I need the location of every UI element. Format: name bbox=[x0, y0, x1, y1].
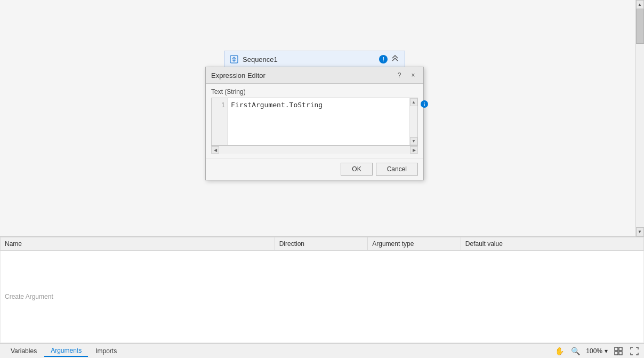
editor-info-icon[interactable]: i bbox=[420, 100, 429, 108]
sequence-collapse-icon[interactable] bbox=[390, 54, 400, 65]
arguments-panel: Name Direction Argument type Default val… bbox=[0, 236, 644, 343]
sequence-block[interactable]: Sequence1 ! bbox=[224, 51, 405, 68]
canvas-area: ▲ ▼ Sequence1 ! bbox=[0, 0, 644, 236]
col-header-argtype: Argument type bbox=[368, 237, 461, 251]
svg-rect-6 bbox=[615, 347, 618, 351]
table-header-row: Name Direction Argument type Default val… bbox=[1, 237, 644, 251]
editor-vscroll[interactable]: ▲ ▼ bbox=[409, 98, 417, 145]
scroll-down-arrow[interactable]: ▼ bbox=[636, 227, 644, 236]
dialog-body: Text (String) 1 FirstArgument.ToString ▲… bbox=[206, 84, 423, 158]
hscroll-left[interactable]: ◀ bbox=[211, 146, 219, 154]
sequence-title: Sequence1 bbox=[243, 55, 375, 63]
arguments-table: Name Direction Argument type Default val… bbox=[0, 237, 644, 343]
dialog-title: Expression Editor bbox=[211, 71, 265, 79]
bottom-tabs: Variables Arguments Imports bbox=[4, 345, 123, 357]
hscroll-right[interactable]: ▶ bbox=[410, 146, 418, 154]
ok-button[interactable]: OK bbox=[341, 163, 372, 176]
hand-tool-icon[interactable]: ✋ bbox=[554, 346, 565, 356]
editor-content[interactable]: FirstArgument.ToString bbox=[228, 98, 409, 145]
col-header-name: Name bbox=[1, 237, 275, 251]
dialog-controls: ? × bbox=[395, 70, 418, 80]
svg-text:!: ! bbox=[382, 56, 384, 62]
col-header-default: Default value bbox=[461, 237, 643, 251]
zoom-label: 100% bbox=[586, 347, 602, 355]
expression-editor-container[interactable]: 1 FirstArgument.ToString ▲ ▼ bbox=[211, 98, 418, 146]
col-header-direction: Direction bbox=[275, 237, 368, 251]
editor-scroll-down[interactable]: ▼ bbox=[410, 137, 417, 145]
right-scrollbar[interactable]: ▲ ▼ bbox=[635, 0, 644, 236]
dialog-close-button[interactable]: × bbox=[408, 70, 418, 80]
sequence-actions: ! bbox=[378, 54, 400, 65]
svg-rect-8 bbox=[615, 352, 618, 355]
dialog-help-button[interactable]: ? bbox=[395, 70, 404, 80]
tab-arguments[interactable]: Arguments bbox=[44, 345, 88, 357]
svg-rect-9 bbox=[619, 352, 622, 355]
editor-scroll-up[interactable]: ▲ bbox=[410, 98, 417, 106]
tab-variables[interactable]: Variables bbox=[4, 345, 43, 357]
tab-imports[interactable]: Imports bbox=[89, 345, 123, 357]
zoom-controls: 100% ▾ bbox=[586, 347, 608, 355]
expression-editor-dialog: Expression Editor ? × Text (String) 1 Fi… bbox=[205, 67, 424, 180]
line-number: 1 bbox=[221, 100, 225, 110]
create-argument-row[interactable]: Create Argument bbox=[1, 251, 644, 343]
editor-gutter: 1 bbox=[212, 98, 228, 145]
svg-text:i: i bbox=[424, 102, 425, 107]
search-icon[interactable]: 🔍 bbox=[570, 346, 581, 356]
editor-hscroll[interactable]: ◀ ▶ bbox=[211, 146, 418, 154]
dialog-footer: OK Cancel bbox=[206, 158, 423, 180]
dialog-titlebar: Expression Editor ? × bbox=[206, 67, 423, 84]
svg-rect-7 bbox=[619, 347, 622, 351]
create-argument-cell[interactable]: Create Argument bbox=[1, 251, 644, 343]
zoom-dropdown-button[interactable]: ▾ bbox=[605, 347, 608, 355]
bottom-bar: Variables Arguments Imports ✋ 🔍 100% ▾ bbox=[0, 343, 644, 358]
bottom-right: ✋ 🔍 100% ▾ bbox=[554, 346, 640, 356]
scroll-up-arrow[interactable]: ▲ bbox=[636, 0, 644, 9]
sequence-warning-icon[interactable]: ! bbox=[378, 54, 389, 65]
cancel-button[interactable]: Cancel bbox=[376, 163, 418, 176]
sequence-icon bbox=[229, 54, 239, 65]
expression-text: FirstArgument.ToString bbox=[231, 101, 323, 109]
field-label: Text (String) bbox=[211, 88, 418, 96]
expand-icon[interactable] bbox=[629, 346, 640, 356]
fit-icon[interactable] bbox=[613, 346, 624, 356]
